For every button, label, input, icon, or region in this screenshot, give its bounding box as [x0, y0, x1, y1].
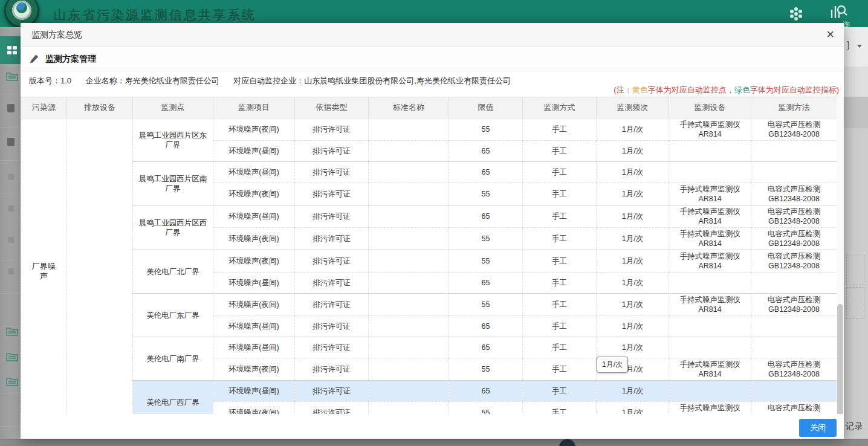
- basis-type-cell: 排污许可证: [295, 250, 369, 273]
- note-yellow-word: 黄色: [632, 85, 648, 94]
- limit-cell: 65: [449, 337, 523, 358]
- standard-name-cell: [369, 228, 449, 250]
- frequency-cell: 1月/次: [597, 250, 669, 273]
- device-cell: 手持式噪声监测仪 AR814: [669, 183, 751, 205]
- method-cell: [751, 162, 837, 183]
- project-cell: 环境噪声(昼间): [213, 337, 295, 358]
- method-cell: [751, 337, 837, 358]
- method-cell: 电容式声压检测 GB12348-2008: [751, 250, 837, 273]
- stats-search-icon[interactable]: [829, 4, 847, 21]
- device-cell: 手持式噪声监测仪 AR814: [669, 118, 751, 141]
- table-row[interactable]: 美伦电厂西厂界环境噪声(昼间)排污许可证65手工1月/次: [21, 381, 837, 402]
- section-title: 监测方案管理: [45, 54, 96, 65]
- device-cell: 手持式噪声监测仪 AR814: [669, 228, 751, 250]
- table-header-row: 污染源排放设备监测点监测项目依据类型标准名称限值监测方式监测频次监测设备监测方法: [21, 97, 837, 118]
- sidebar-item-icon[interactable]: [8, 174, 14, 180]
- section-header: 监测方案管理: [21, 47, 844, 71]
- frequency-cell: 1月/次: [597, 294, 669, 316]
- limit-cell: 65: [449, 316, 523, 337]
- column-header: 监测项目: [213, 97, 295, 118]
- monitor-point-cell: 晨鸣工业园西片区南厂界: [133, 162, 213, 205]
- vertical-scrollbar[interactable]: [837, 97, 844, 416]
- basis-type-cell: 排污许可证: [295, 183, 369, 205]
- limit-cell: 65: [449, 381, 523, 402]
- monitor-mode-cell: 手工: [523, 358, 597, 381]
- basis-type-cell: 排污许可证: [295, 141, 369, 162]
- basis-type-cell: 排污许可证: [295, 118, 369, 141]
- project-cell: 环境噪声(昼间): [213, 273, 295, 294]
- monitor-mode-cell: 手工: [523, 273, 597, 294]
- close-icon[interactable]: ×: [826, 23, 834, 46]
- sidebar-item-icon[interactable]: [8, 237, 14, 243]
- folder-report-icon[interactable]: [6, 71, 18, 81]
- folder-report-icon[interactable]: [6, 352, 18, 361]
- note-mid: 字体为对应自动监控点，: [648, 85, 734, 94]
- frequency-cell: 1月/次: [597, 273, 669, 294]
- method-cell: 电容式声压检测 GB12348-2008: [751, 358, 837, 381]
- sidebar-item-icon[interactable]: [8, 205, 14, 212]
- table-row[interactable]: 美伦电厂南厂界环境噪声(昼间)排污许可证65手工1月/次: [21, 337, 837, 358]
- version-value: 版本号：1.0: [29, 76, 71, 85]
- table-row[interactable]: 美伦电厂北厂界环境噪声(夜间)排污许可证55手工1月/次手持式噪声监测仪 AR8…: [21, 250, 837, 273]
- device-cell: [669, 381, 751, 402]
- table-row[interactable]: 晨鸣工业园西片区西厂界环境噪声(昼间)排污许可证65手工1月/次手持式噪声监测仪…: [21, 205, 837, 228]
- method-cell: 电容式声压检测 GB12348-2008: [751, 228, 837, 250]
- chevron-down-icon[interactable]: [857, 45, 862, 48]
- standard-name-cell: [369, 381, 449, 402]
- table-row[interactable]: 晨鸣工业园西片区南厂界环境噪声(昼间)排污许可证65手工1月/次: [21, 162, 837, 183]
- plan-info-bar: 版本号：1.0 企业名称：寿光美伦纸业有限责任公司 对应自动监控企业：山东晨鸣纸…: [21, 71, 844, 97]
- monitor-mode-cell: 手工: [523, 337, 597, 358]
- frequency-cell: 1月/次: [597, 118, 669, 141]
- basis-type-cell: 排污许可证: [295, 316, 369, 337]
- monitor-mode-cell: 手工: [523, 205, 597, 228]
- column-header: 限值: [449, 97, 523, 118]
- device-cell: [669, 141, 751, 162]
- basis-type-cell: 排污许可证: [295, 205, 369, 228]
- column-header: 标准名称: [369, 97, 449, 118]
- monitor-mode-cell: 手工: [523, 118, 597, 141]
- basis-type-cell: 排污许可证: [295, 358, 369, 381]
- basis-type-cell: 排污许可证: [295, 273, 369, 294]
- monitor-mode-cell: 手工: [523, 381, 597, 402]
- background-box: [846, 254, 864, 285]
- background-toolbar: ]: [844, 27, 868, 66]
- equipment-cell: [67, 118, 133, 424]
- standard-name-cell: [369, 183, 449, 205]
- column-header: 监测方式: [523, 97, 597, 118]
- project-cell: 环境噪声(夜间): [213, 118, 295, 141]
- folder-report-icon[interactable]: [6, 326, 18, 336]
- pen-icon: [30, 54, 39, 63]
- method-cell: [751, 141, 837, 162]
- folder-report-icon[interactable]: [6, 377, 18, 386]
- auto-monitor-company: 对应自动监控企业：山东晨鸣纸业集团股份有限公司,寿光美伦纸业有限责任公司: [233, 76, 511, 85]
- sidebar-item-home[interactable]: [0, 36, 21, 64]
- sidebar-item-icon[interactable]: [8, 268, 14, 274]
- column-header: 监测方法: [751, 97, 837, 118]
- project-cell: 环境噪声(夜间): [213, 228, 295, 250]
- sidebar-item-icon[interactable]: [7, 104, 15, 112]
- frequency-cell: 1月/次: [597, 183, 669, 205]
- frequency-cell: 1月/次: [597, 205, 669, 228]
- limit-cell: 65: [449, 205, 523, 228]
- background-bottom-bar: [0, 439, 868, 446]
- monitor-mode-cell: 手工: [523, 183, 597, 205]
- table-row[interactable]: 厂界噪声晨鸣工业园西片区东厂界环境噪声(夜间)排污许可证55手工1月/次手持式噪…: [21, 118, 837, 141]
- table-row[interactable]: 美伦电厂东厂界环境噪声(夜间)排污许可证55手工1月/次手持式噪声监测仪 AR8…: [21, 294, 837, 316]
- sidebar-item-icon[interactable]: [7, 138, 15, 146]
- screen: 山东省污染源监测信息共享系统 询: [0, 0, 868, 446]
- project-cell: 环境噪声(夜间): [213, 358, 295, 381]
- standard-name-cell: [369, 250, 449, 273]
- apps-grid-icon[interactable]: [788, 6, 805, 22]
- version-info-line: 版本号：1.0 企业名称：寿光美伦纸业有限责任公司 对应自动监控企业：山东晨鸣纸…: [29, 76, 523, 86]
- column-header: 监测频次: [597, 97, 669, 118]
- column-header: 监测点: [133, 97, 213, 118]
- standard-name-cell: [369, 205, 449, 228]
- close-button[interactable]: 关闭: [799, 419, 837, 437]
- color-legend-note: (注：黄色字体为对应自动监控点，绿色字体为对应自动监控指标): [614, 85, 839, 95]
- scrollbar-thumb[interactable]: [837, 304, 843, 416]
- device-cell: 手持式噪声监测仪 AR814: [669, 205, 751, 228]
- modal-footer: 关闭: [21, 414, 844, 439]
- device-cell: [669, 162, 751, 183]
- monitor-mode-cell: 手工: [523, 162, 597, 183]
- monitor-point-cell: 晨鸣工业园西片区东厂界: [133, 118, 213, 162]
